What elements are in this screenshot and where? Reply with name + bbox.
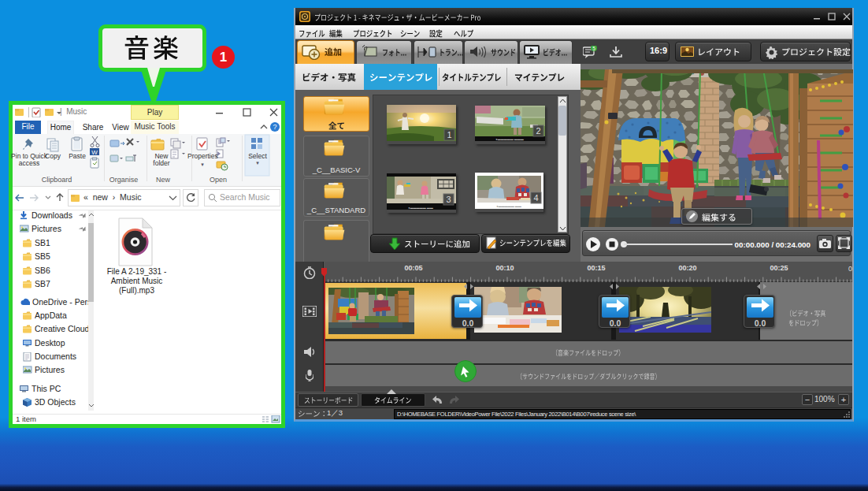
svg-text:2: 2 xyxy=(536,126,540,136)
svg-text:4: 4 xyxy=(533,193,538,203)
svg-text:?: ? xyxy=(273,123,276,131)
svg-text:1: 1 xyxy=(447,130,451,139)
svg-text:0.0: 0.0 xyxy=(755,318,766,328)
svg-text:●▬▬▬▬▬ ▬▬▬: ●▬▬▬▬▬ ▬▬▬ xyxy=(495,137,524,141)
svg-text:0.0: 0.0 xyxy=(462,318,474,328)
svg-text:●▬▬▬▬▬ ▬▬: ●▬▬▬▬▬ ▬▬ xyxy=(408,206,433,210)
svg-text:0.0: 0.0 xyxy=(610,318,621,328)
svg-text:3: 3 xyxy=(446,195,451,204)
svg-text:●▬▬▬▬▬ ▬▬: ●▬▬▬▬▬ ▬▬ xyxy=(496,204,521,208)
svg-text:W: W xyxy=(91,149,98,156)
svg-text:5: 5 xyxy=(592,46,595,51)
